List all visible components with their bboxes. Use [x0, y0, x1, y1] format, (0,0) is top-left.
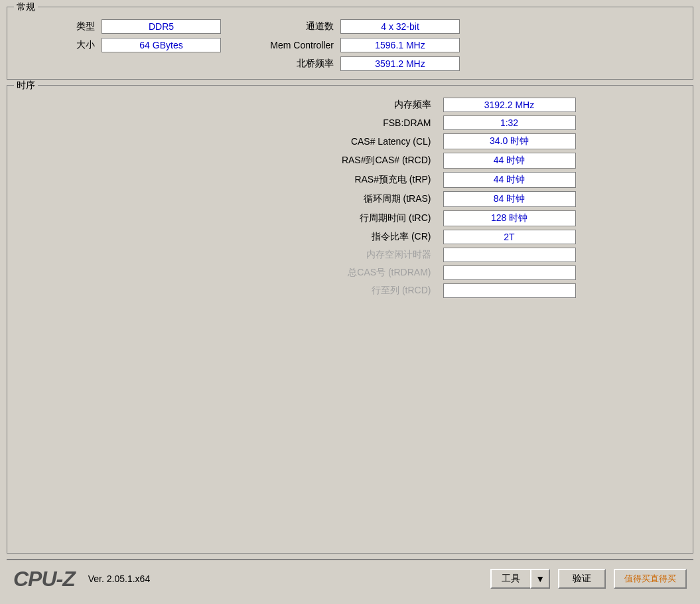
shixu-row-value-4: 44 时钟: [443, 172, 576, 188]
shixu-row-label-8: 内存空闲计时器: [125, 249, 437, 261]
shixu-row-value-8: [443, 248, 576, 262]
validate-label: 验证: [573, 573, 591, 583]
shixu-row-label-2: CAS# Latency (CL): [125, 136, 437, 147]
value-size: 64 GBytes: [102, 38, 221, 52]
bottom-bar: CPU-Z Ver. 2.05.1.x64 工具 ▼ 验证 值得买直得买: [7, 559, 693, 597]
dropdown-arrow: ▼: [535, 573, 545, 584]
shixu-row-value-9: [443, 265, 576, 280]
tools-label: 工具: [502, 573, 520, 585]
shixu-row-label-3: RAS#到CAS# (tRCD): [125, 155, 437, 167]
shixu-grid: 内存频率3192.2 MHzFSB:DRAM1:32CAS# Latency (…: [125, 98, 576, 298]
shixu-row-value-10: [443, 283, 576, 298]
version-text: Ver. 2.05.1.x64: [88, 573, 150, 584]
shixu-row-label-7: 指令比率 (CR): [125, 231, 437, 243]
changui-title: 常规: [14, 1, 38, 13]
changui-grid: 类型 DDR5 通道数 4 x 32-bit 大小 64 GBytes Mem …: [15, 19, 685, 71]
value-type: DDR5: [102, 19, 221, 34]
label-type: 类型: [15, 21, 95, 33]
purchase-label: 值得买直得买: [624, 573, 676, 583]
purchase-button[interactable]: 值得买直得买: [614, 569, 687, 589]
shixu-row-value-3: 44 时钟: [443, 153, 576, 169]
shixu-row-label-0: 内存频率: [125, 99, 437, 111]
tools-btn-group: 工具 ▼: [490, 569, 550, 589]
main-container: 常规 类型 DDR5 通道数 4 x 32-bit 大小 64 GBytes M…: [0, 0, 700, 604]
shixu-row-label-9: 总CAS号 (tRDRAM): [125, 267, 437, 279]
shixu-row-label-6: 行周期时间 (tRC): [125, 212, 437, 224]
changui-section: 常规 类型 DDR5 通道数 4 x 32-bit 大小 64 GBytes M…: [7, 7, 693, 80]
value-mem-controller: 1596.1 MHz: [340, 38, 460, 52]
shixu-title: 时序: [14, 80, 38, 92]
tools-dropdown-button[interactable]: ▼: [530, 569, 550, 589]
shixu-row-value-0: 3192.2 MHz: [443, 98, 576, 112]
shixu-row-label-1: FSB:DRAM: [125, 117, 437, 128]
shixu-row-value-7: 2T: [443, 230, 576, 244]
shixu-row-value-2: 34.0 时钟: [443, 133, 576, 149]
cpuz-logo: CPU-Z: [13, 567, 75, 591]
shixu-row-value-1: 1:32: [443, 115, 576, 130]
label-mem-controller: Mem Controller: [228, 40, 334, 50]
value-northbridge: 3591.2 MHz: [340, 56, 460, 71]
label-northbridge: 北桥频率: [228, 58, 334, 70]
shixu-row-value-5: 84 时钟: [443, 191, 576, 207]
shixu-row-value-6: 128 时钟: [443, 210, 576, 226]
tools-button[interactable]: 工具: [490, 569, 530, 589]
shixu-section: 时序 内存频率3192.2 MHzFSB:DRAM1:32CAS# Latenc…: [7, 85, 693, 554]
label-size: 大小: [15, 39, 95, 51]
shixu-row-label-5: 循环周期 (tRAS): [125, 193, 437, 205]
label-channels: 通道数: [228, 21, 334, 33]
shixu-row-label-10: 行至列 (tRCD): [125, 285, 437, 297]
validate-button[interactable]: 验证: [558, 569, 606, 589]
shixu-row-label-4: RAS#预充电 (tRP): [125, 174, 437, 186]
value-channels: 4 x 32-bit: [340, 19, 460, 34]
